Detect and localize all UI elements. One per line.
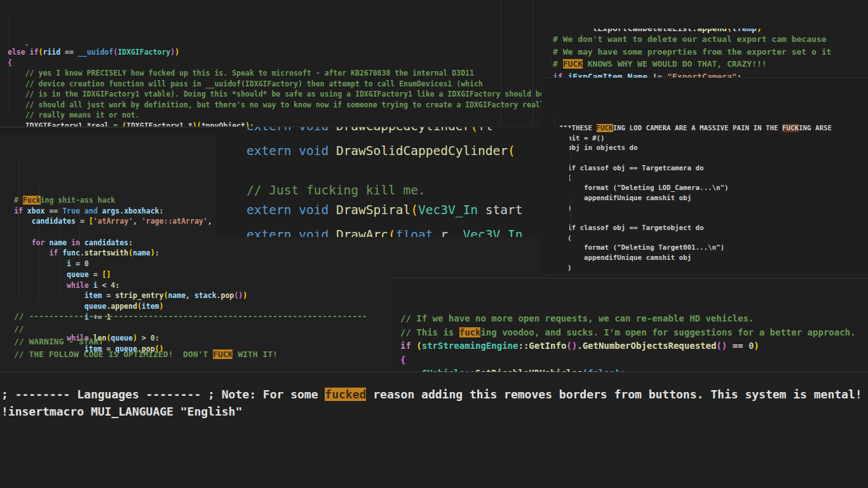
code-segment: GetNumberObjectsRequested [583,341,717,351]
panel-hd-vehicles: // If we have no more open requests, we … [393,278,868,374]
code-segment: and [80,207,102,215]
find-match-highlight: fuck [459,327,481,337]
code-line: format ("Deleting Target001...\n") [551,243,868,253]
code-line: ; -------- Languages -------- ; Note: Fo… [1,386,868,403]
code-line: ) [551,273,868,275]
code-segment: # [553,59,563,69]
code-line: // yes I know PRECISELY how fucked up th… [8,68,546,79]
code-segment: // is in the IDXGIFactory1 vtable). Doin… [8,90,545,98]
code-line: lExportCamDeleteList.append(lTemp) [553,29,868,33]
code-line [551,213,868,223]
code-segment: { [8,58,12,67]
code-segment [14,302,85,311]
code-segment: = [102,291,115,300]
code-segment: ( [137,302,142,311]
code-segment: // THE FOLLOW CODE IS OPTIMIZED! DON'T [14,349,213,359]
code-segment: iExpCamItem.Name [567,72,647,79]
code-segment: True [62,207,80,215]
code-segment: reason adding this removes borders from … [366,388,862,401]
code-segment: () [716,341,727,351]
code-line: // [14,323,459,336]
code-segment: i [67,259,71,268]
code-segment: : [159,207,164,215]
code-segment: // should all just work by definition, b… [8,100,546,109]
find-match-highlight: Fuck [23,196,41,205]
code-segment: ( [508,144,515,158]
code-segment: // -------------------------------------… [14,311,367,321]
code-segment: ) [243,291,247,300]
code-segment: ING LOD CAMERA ARE A MASSIVE PAIN IN THE [613,124,783,132]
code-line: ) [551,263,868,273]
code-segment: DrawArc [336,230,388,237]
code-segment: , [186,291,194,300]
code-segment: // WARNING - START [14,337,104,346]
code-segment: if classof obj == Targetobject do [551,224,704,232]
code-segment: startswith [85,248,128,257]
code-segment: # [14,196,23,205]
code-segment: if [400,341,416,351]
code-segment: stack [194,291,217,300]
code-segment: [] [102,270,111,279]
panel-optimized-warning: // -------------------------------------… [14,310,459,367]
code-segment: // Just fucking kill me. [247,183,426,198]
code-line: --***THESE FUCKING LOD CAMERA ARE A MASS… [551,123,868,133]
code-line: if classof obj == Targetobject do [551,223,868,233]
code-segment: append [111,302,137,311]
code-segment: queue [85,302,107,311]
code-segment: in [67,238,85,247]
code-line: { [400,353,868,367]
code-segment: appendifUnique camshit obj [551,254,691,262]
code-line: ( [551,173,868,183]
indent-guide [550,52,551,67]
code-segment: extern void [247,144,336,158]
panel-cpp-dxgi: }else if(riid == __uuidof(IDXGIFactory))… [0,0,546,128]
code-segment: ; -------- Languages -------- ; Note: Fo… [1,388,325,401]
code-segment: i [93,281,98,290]
code-segment: lExportCamDeleteList. [553,29,697,33]
code-segment: append [697,29,727,33]
code-line: if func.startswith(name): [14,248,553,259]
code-segment [14,259,67,268]
code-segment: )( [193,121,201,128]
code-segment: strip_entry [115,291,163,300]
code-segment: if [14,207,27,215]
code-line: // Just fucking kill me. [247,180,569,200]
panel-draw-helpers: extern void DrawCappedCylinder(flextern … [216,127,569,237]
code-line: extern void DrawArc(float r, Vec3V_In [247,230,569,237]
code-segment: !insertmacro MUI_LANGUAGE "English" [1,405,242,418]
code-segment: [ [89,217,93,226]
code-line: # We don't want to delete our actual exp… [553,33,868,46]
code-segment: appendifUnique camshit obj [551,194,691,202]
code-segment: } [8,44,30,46]
code-line: !insertmacro MUI_LANGUAGE "English" [1,403,868,420]
code-segment: riid [43,48,60,57]
code-line: { [8,58,546,69]
code-segment: = [89,270,102,279]
code-segment: format ("Deleting LOD_Camera...\n") [551,184,729,192]
code-segment: DrawSpiral [336,203,410,217]
code-segment: if classof obj == Targetcamera do [551,164,704,172]
code-line: // is in the IDXGIFactory1 vtable). Doin… [8,89,546,100]
code-segment: IDXGIFactory1 *real = [8,121,122,128]
code-segment: KNOWS WHY WE WOULD DO THAT, CRAZY!!! [583,59,767,69]
code-segment: Vec3V_In [463,230,523,237]
code-line: camshit = #() [551,133,868,144]
code-segment: // device creation function will pass in… [8,79,483,88]
code-segment: item [85,291,102,300]
code-segment: { [400,355,405,365]
code-segment: != [648,72,667,79]
code-segment: . [80,248,85,257]
code-segment: , [133,217,142,226]
code-line: extern void DrawSpiral(Vec3V_In start [247,200,569,220]
code-line: // device creation function will pass in… [8,79,546,90]
code-segment: ( [727,29,732,33]
code-segment: == [60,48,78,57]
code-line [247,161,569,180]
code-segment: xbox [27,207,45,215]
code-segment: item [142,302,159,311]
code-segment: . [577,341,582,351]
code-segment: ) [754,341,759,351]
code-line: for obj in objects do [551,143,868,153]
code-line: // should all just work by definition, b… [8,100,546,111]
code-segment: lTemp [732,29,757,33]
